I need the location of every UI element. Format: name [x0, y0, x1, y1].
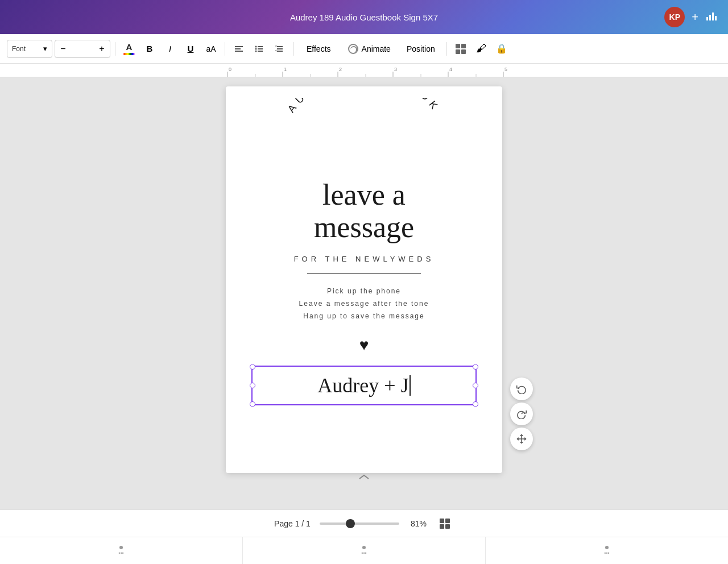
svg-marker-17	[275, 49, 276, 52]
line-spacing-button[interactable]	[271, 40, 289, 58]
nav-bar: ••• ••• •••	[0, 537, 728, 564]
svg-rect-5	[235, 48, 241, 49]
svg-text:4: 4	[449, 67, 452, 72]
svg-text:5: 5	[504, 67, 507, 72]
handle-top-right[interactable]	[473, 364, 478, 370]
svg-marker-16	[275, 45, 276, 47]
animate-icon	[348, 44, 358, 54]
handle-mid-left[interactable]	[250, 383, 255, 388]
svg-text:1: 1	[284, 67, 287, 72]
font-size-input[interactable]: 39.7	[71, 44, 94, 53]
svg-point-9	[255, 48, 257, 49]
svg-rect-6	[235, 51, 243, 52]
font-size-control: − 39.7 +	[55, 40, 110, 58]
selected-text-box[interactable]: Audrey + J	[251, 366, 477, 405]
handle-mid-right[interactable]	[473, 383, 478, 388]
nav-label-2: •••	[361, 550, 366, 556]
svg-rect-4	[235, 46, 243, 47]
nav-label-1: •••	[118, 550, 123, 556]
nav-label-3: •••	[604, 550, 609, 556]
text-color-icon: A	[123, 42, 135, 55]
lock-icon: 🔒	[496, 43, 507, 54]
zoom-slider-container: 81%	[320, 519, 427, 528]
svg-rect-1	[709, 15, 711, 20]
separator-4	[446, 42, 447, 56]
align-list-button[interactable]	[250, 40, 268, 58]
font-size-increase[interactable]: +	[94, 40, 110, 58]
nav-item-1[interactable]: •••	[0, 537, 243, 564]
paint-button[interactable]: 🖌	[472, 40, 490, 58]
refresh-fab[interactable]	[510, 378, 533, 400]
lock-button[interactable]: 🔒	[493, 40, 511, 58]
nav-dot-1	[119, 546, 123, 549]
rotate-fab[interactable]	[510, 403, 533, 425]
animate-button[interactable]: Animate	[341, 40, 398, 57]
svg-text:3: 3	[394, 67, 397, 72]
nav-dot-2	[362, 546, 366, 549]
svg-rect-12	[258, 51, 263, 52]
separator-1	[115, 42, 115, 56]
effects-button[interactable]: Effects	[299, 41, 339, 57]
heart-symbol: ♥	[359, 336, 369, 354]
font-family-dropdown[interactable]: Font ▾	[7, 40, 52, 58]
handle-top-left[interactable]	[250, 364, 255, 370]
svg-point-7	[255, 45, 257, 47]
italic-button[interactable]: I	[161, 40, 179, 58]
svg-rect-2	[712, 13, 714, 20]
move-fab[interactable]	[510, 428, 533, 450]
svg-text:0: 0	[229, 67, 231, 72]
stats-icon[interactable]	[705, 10, 717, 24]
floating-actions	[510, 378, 533, 450]
bottom-bar: Page 1 / 1 81%	[0, 509, 728, 537]
nav-dot-3	[605, 546, 609, 549]
grid-view-icon	[440, 519, 450, 529]
scroll-handle[interactable]	[357, 473, 371, 483]
svg-rect-3	[715, 16, 717, 20]
names-text[interactable]: Audrey + J	[264, 374, 464, 397]
page-info: Page 1 / 1	[274, 519, 311, 528]
svg-rect-15	[277, 51, 283, 52]
handle-bottom-left[interactable]	[250, 401, 255, 407]
text-color-button[interactable]: A	[120, 40, 138, 58]
svg-rect-0	[706, 17, 708, 20]
case-button[interactable]: aA	[202, 40, 220, 58]
user-avatar[interactable]: KP	[664, 7, 685, 27]
canvas-area: AUDIO GUESTBOOK leave a message FOR THE …	[0, 77, 728, 509]
nav-item-2[interactable]: •••	[243, 537, 486, 564]
add-button[interactable]: +	[692, 11, 698, 24]
svg-line-36	[522, 412, 524, 414]
svg-rect-8	[258, 46, 263, 47]
script-line1: leave a message	[314, 179, 414, 243]
font-size-decrease[interactable]: −	[55, 40, 71, 58]
pattern-icon	[456, 44, 466, 54]
zoom-slider[interactable]	[320, 522, 399, 525]
svg-rect-14	[277, 48, 283, 49]
svg-point-11	[255, 50, 257, 52]
paint-icon: 🖌	[476, 43, 486, 55]
svg-rect-10	[258, 48, 263, 49]
ruler: 0 1 2 3 4 5	[0, 64, 728, 77]
align-left-button[interactable]	[230, 40, 248, 58]
divider	[307, 273, 421, 274]
position-button[interactable]: Position	[400, 41, 442, 57]
curved-text-container: AUDIO GUESTBOOK	[249, 98, 479, 172]
header: Audrey 189 Audio Guestbook Sign 5X7 KP +	[0, 0, 728, 34]
underline-button[interactable]: U	[181, 40, 200, 58]
separator-3	[293, 42, 294, 56]
document-title: Audrey 189 Audio Guestbook Sign 5X7	[290, 13, 438, 22]
text-cursor	[410, 375, 411, 396]
handle-bottom-right[interactable]	[473, 401, 478, 407]
svg-text:AUDIO GUESTBOOK: AUDIO GUESTBOOK	[286, 98, 442, 115]
toolbar: Font ▾ − 39.7 + A B I U aA Effects Anima…	[0, 34, 728, 64]
svg-text:2: 2	[339, 67, 342, 72]
design-card[interactable]: AUDIO GUESTBOOK leave a message FOR THE …	[226, 86, 502, 473]
instructions: Pick up the phone Leave a message after …	[299, 285, 429, 322]
bold-button[interactable]: B	[140, 40, 159, 58]
svg-rect-13	[277, 46, 283, 47]
view-toggle-button[interactable]	[436, 515, 454, 533]
for-the-newlyweds: FOR THE NEWLYWEDS	[294, 255, 435, 263]
pattern-button[interactable]	[452, 40, 470, 58]
separator-2	[225, 42, 225, 56]
zoom-level: 81%	[404, 519, 427, 528]
nav-item-3[interactable]: •••	[486, 537, 728, 564]
